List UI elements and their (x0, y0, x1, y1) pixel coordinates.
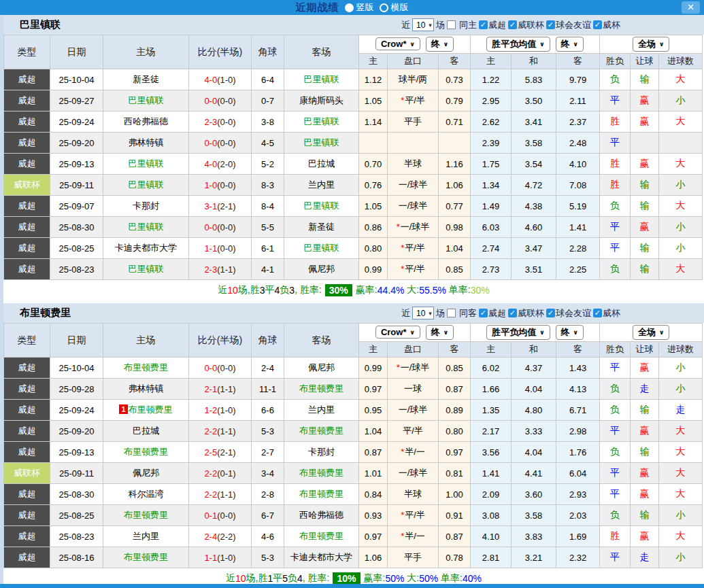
avg-draw-odds: 3.58 (512, 133, 556, 154)
handicap-home-odds: 0.97 (359, 379, 388, 400)
handicap-home-odds: 1.05 (359, 196, 388, 217)
corner-cell: 5-5 (252, 217, 284, 238)
handicap-result-cell: 赢 (631, 421, 659, 442)
avg-home-odds: 1.22 (471, 69, 512, 90)
home-team-name: 科尔温湾 (129, 489, 164, 499)
handicap-away-odds: 1.06 (439, 175, 471, 196)
match-count-select[interactable]: 10▾ (412, 18, 434, 31)
league-checkbox-checked[interactable]: ✓ (508, 309, 517, 317)
layout-vertical-radio[interactable]: 竖版 (345, 1, 374, 14)
home-team-name: 布里顿费里 (124, 362, 168, 373)
avg-odds-select[interactable]: 胜平负均值∨ (486, 37, 550, 52)
avg-home-odds: 1.75 (471, 154, 512, 175)
league-checkbox-checked[interactable]: ✓ (546, 309, 555, 317)
avg-final-select[interactable]: 终∨ (556, 325, 584, 340)
home-team-name: 西哈弗福德 (124, 116, 168, 126)
home-team-cell: 巴里镇联 (103, 154, 189, 175)
summary-text: 44.4% (378, 285, 405, 296)
odds-company-select[interactable]: Crow*∨ (375, 37, 420, 50)
handicap-change-star: * (401, 447, 404, 457)
handicap-line: *一/球半 (388, 217, 439, 238)
handicap-line-text: 球半/两 (399, 74, 428, 84)
summary-text: 3 (260, 285, 265, 296)
layout-horizontal-radio[interactable]: 横版 (380, 1, 409, 14)
home-team-cell: 巴里镇联 (103, 175, 189, 196)
corner-cell: 3-4 (252, 463, 284, 484)
league-checkbox-checked[interactable]: ✓ (479, 20, 488, 29)
away-team-name: 卡迪夫都市大学 (290, 552, 352, 562)
avg-odds-select[interactable]: 胜平负均值∨ (486, 325, 550, 340)
same-venue-checkbox[interactable] (447, 20, 456, 29)
avg-draw-odds: 4.04 (512, 379, 556, 400)
away-team-cell: 巴里镇联 (284, 196, 359, 217)
odds-final-select[interactable]: 终∨ (426, 37, 454, 52)
away-team-cell: 佩尼邦 (284, 259, 359, 280)
summary-text: 近 (218, 284, 227, 296)
handicap-line: *一/球半 (388, 358, 439, 379)
home-team-name: 布里顿费里 (124, 447, 168, 457)
odds-final-select[interactable]: 终∨ (426, 325, 454, 340)
team-name: 布里顿费里 (20, 307, 71, 319)
chevron-down-icon: ∨ (409, 41, 414, 48)
avg-draw-odds: 4.72 (512, 175, 556, 196)
match-scope-select[interactable]: 全场∨ (633, 37, 669, 52)
avg-final-select[interactable]: 终∨ (556, 37, 584, 52)
odds-company-select[interactable]: Crow*∨ (375, 326, 420, 339)
summary-text: 50% (385, 573, 404, 584)
league-checkbox-checked[interactable]: ✓ (508, 20, 517, 29)
away-team-name: 布里顿费里 (299, 426, 343, 436)
outcome-cell: 负 (600, 400, 631, 421)
league-checkbox-checked[interactable]: ✓ (479, 309, 488, 317)
halftime-score: (0-1) (217, 468, 235, 479)
league-checkbox-checked[interactable]: ✓ (593, 309, 602, 317)
fulltime-score: 0-0 (204, 96, 217, 106)
away-team-cell: 兰内里 (284, 175, 359, 196)
avg-draw-odds: 3.21 (512, 547, 556, 568)
outcome-cell: 负 (600, 505, 631, 526)
corner-cell: 5-3 (252, 421, 284, 442)
date-cell: 25-08-25 (50, 505, 103, 526)
outcome-cell: 平 (600, 90, 631, 111)
away-team-cell: 兰内里 (284, 400, 359, 421)
league-checkbox-checked[interactable]: ✓ (546, 20, 555, 29)
handicap-away-odds: 0.78 (439, 547, 471, 568)
sub-col-header: 盘口 (388, 54, 439, 69)
team-section: 巴里镇联 近10▾场同主✓威超✓威联杯✓球会友谊✓威杯 类型日期主场比分(半场)… (3, 15, 704, 300)
summary-text: 40% (463, 573, 482, 584)
date-cell: 25-09-11 (50, 463, 103, 484)
handicap-result-cell: 赢 (631, 526, 659, 547)
goals-result-cell: 大 (659, 154, 703, 175)
away-team-cell: 巴拉城 (284, 154, 359, 175)
home-team-name: 卡那封 (133, 201, 159, 211)
dialog-title: 近期战绩 (296, 1, 339, 14)
score-cell: 2-2(1-1) (189, 421, 252, 442)
handicap-away-odds: 0.73 (439, 69, 471, 90)
handicap-result-cell: 输 (631, 175, 659, 196)
home-team-name: 巴里镇联 (129, 264, 164, 274)
handicap-away-odds: 0.71 (439, 111, 471, 133)
league-filter: ✓威联杯 (508, 19, 544, 31)
table-row: 威超25-09-241布里顿费里1-2(1-0)6-6兰内里0.95一/球半0.… (4, 400, 703, 421)
home-team-cell: 巴里镇联 (103, 217, 189, 238)
same-venue-checkbox[interactable] (447, 309, 456, 317)
avg-away-odds: 6.71 (556, 400, 600, 421)
outcome-cell: 负 (600, 69, 631, 90)
handicap-line-text: 平/半 (405, 243, 425, 253)
handicap-line-text: 一/球半 (401, 222, 430, 232)
handicap-line-text: 半球 (404, 158, 422, 169)
goals-result-cell: 大 (659, 463, 703, 484)
match-scope-select[interactable]: 全场∨ (633, 325, 669, 340)
avg-home-odds: 3.08 (471, 505, 512, 526)
close-button[interactable]: ✕ (682, 1, 700, 14)
handicap-line-text: 平/半 (403, 426, 423, 436)
sub-col-header: 让球 (631, 342, 659, 358)
summary-text: 5 (282, 573, 288, 584)
near-label: 近 (401, 19, 410, 31)
handicap-away-odds: 0.97 (439, 442, 471, 463)
dropdown-label: 终 (561, 38, 570, 50)
score-cell: 1-1(1-0) (189, 547, 252, 568)
avg-away-odds: 1.76 (556, 442, 600, 463)
league-checkbox-checked[interactable]: ✓ (593, 20, 602, 29)
dialog-body: 巴里镇联 近10▾场同主✓威超✓威联杯✓球会友谊✓威杯 类型日期主场比分(半场)… (0, 15, 704, 584)
match-count-select[interactable]: 10▾ (412, 307, 434, 319)
